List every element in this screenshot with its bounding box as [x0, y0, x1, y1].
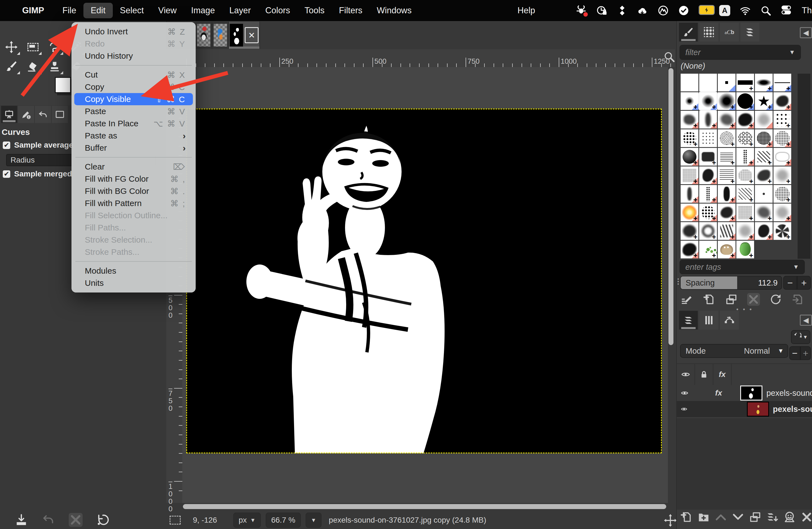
new-layer-icon[interactable] [680, 511, 693, 524]
menu-item-units[interactable]: Units [74, 277, 193, 289]
checkbox-checked-icon[interactable]: ✔ [3, 142, 10, 149]
tab-fonts[interactable]: aCb [720, 23, 739, 42]
menu-help[interactable]: Help [510, 3, 542, 18]
brush-oval[interactable]: + [755, 74, 773, 91]
brush-outline[interactable]: + [773, 148, 791, 166]
tool-move[interactable] [2, 39, 20, 55]
brush-noise[interactable]: + [681, 166, 698, 184]
brush-chalk-v[interactable]: + [699, 111, 717, 129]
open-brush-as-image-icon[interactable] [792, 293, 804, 306]
brush-blocks[interactable]: + [699, 148, 717, 166]
unit-dropdown[interactable]: px▼ [233, 513, 261, 528]
duplicate-layer-icon[interactable] [749, 511, 762, 524]
brush-dots-cluster[interactable]: + [699, 204, 717, 221]
brush-tex-cells[interactable]: + [718, 129, 736, 147]
brush-splat-soft[interactable]: + [755, 204, 773, 221]
panel-grip[interactable]: ••• [677, 278, 679, 285]
brush-dots-cluster[interactable]: + [681, 129, 698, 147]
menu-file[interactable]: File [55, 3, 83, 18]
tab-paths[interactable] [720, 311, 739, 329]
menu-item-undo-invert[interactable]: Undo Invert⌘ Z [74, 26, 193, 38]
fx-badge[interactable]: fx [715, 388, 722, 397]
vertical-scrollbar[interactable] [668, 68, 673, 502]
brush-bar[interactable]: + [736, 74, 754, 91]
delete-brush-icon[interactable] [747, 293, 760, 306]
panel-menu-icon[interactable]: ◀ [800, 314, 812, 326]
brush-square[interactable] [718, 74, 736, 91]
menu-layer[interactable]: Layer [222, 3, 258, 18]
brush-diag-lines[interactable]: + [736, 185, 754, 203]
brush-tex-round[interactable]: + [773, 129, 791, 147]
brush-chalk[interactable]: + [681, 111, 698, 129]
tool-free-select[interactable] [45, 39, 64, 55]
brush-sun[interactable]: + [681, 204, 698, 221]
revert-icon[interactable] [96, 513, 110, 527]
mode-reset-button[interactable]: ▼ [791, 330, 810, 344]
brush-star[interactable]: + [755, 92, 773, 110]
tab-gradients[interactable] [740, 23, 759, 42]
brush-tex-cloud[interactable]: + [736, 166, 754, 184]
canvas-image[interactable] [186, 108, 662, 453]
lower-layer-icon[interactable] [731, 511, 744, 524]
brush-tex-dense[interactable]: + [755, 129, 773, 147]
screen-time-icon[interactable] [596, 5, 607, 16]
menu-view[interactable]: View [151, 3, 184, 18]
brush-vstroke-dark[interactable]: + [718, 185, 736, 203]
menu-item-clear[interactable]: Clear⌦ [74, 161, 193, 173]
foreground-color-swatch[interactable] [55, 77, 71, 93]
battery-icon[interactable] [699, 5, 710, 16]
eye-icon[interactable] [681, 388, 689, 398]
brush-dots-col[interactable]: + [699, 185, 717, 203]
app-name[interactable]: GIMP [22, 5, 44, 15]
menu-item-fill-with-bg-color[interactable]: Fill with BG Color⌘ . [74, 185, 193, 197]
cloud-icon[interactable] [637, 5, 648, 16]
edit-brush-icon[interactable] [681, 293, 693, 306]
visibility-header[interactable] [677, 364, 695, 385]
brush-ink-strokes[interactable]: + [718, 222, 736, 240]
brush-dot-l[interactable]: + [718, 92, 736, 110]
brush-blank[interactable] [699, 74, 717, 91]
menu-item-undo-history[interactable]: Undo History [74, 50, 193, 62]
brush-scroll-track[interactable] [798, 74, 810, 259]
opacity-stepper[interactable]: − + [789, 346, 811, 360]
brush-noise[interactable]: + [736, 204, 754, 221]
save-icon[interactable] [14, 513, 28, 527]
menu-filters[interactable]: Filters [332, 3, 369, 18]
checkmark-icon[interactable] [678, 5, 689, 16]
brush-dots-sparse[interactable]: + [773, 111, 791, 129]
brush-hlines[interactable]: + [718, 166, 736, 184]
tool-clone[interactable] [45, 58, 64, 75]
menu-select[interactable]: Select [113, 3, 151, 18]
brush-faint[interactable]: + [773, 166, 791, 184]
menu-item-paste-in-place[interactable]: Paste In Place⌥ ⌘ V [74, 117, 193, 130]
layer-row[interactable]: pexels-sound- [677, 401, 812, 417]
zoom-dropdown[interactable]: ▼ [306, 513, 322, 528]
tags-input[interactable]: enter tags ▼ [680, 260, 805, 274]
horizontal-ruler[interactable]: 25050075010001250 [166, 49, 675, 67]
image-tab-kingfisher[interactable] [212, 21, 229, 49]
brush-dot-m[interactable]: + [699, 92, 717, 110]
vpn-icon[interactable] [658, 5, 669, 16]
brush-splat-dense[interactable]: + [681, 241, 698, 259]
undo-icon[interactable] [42, 513, 55, 527]
brush-dot-tiny[interactable] [755, 185, 773, 203]
spacing-slider[interactable]: Spacing 112.9 [680, 276, 782, 290]
menu-windows[interactable]: Windows [370, 3, 419, 18]
brush-splat-soft[interactable]: + [718, 111, 736, 129]
new-group-icon[interactable] [697, 511, 710, 524]
menu-clock[interactable]: Thu Oct 16 16:18 [802, 5, 812, 15]
brush-blank[interactable] [681, 74, 698, 91]
brush-dots-col[interactable]: + [736, 148, 754, 166]
menu-item-copy[interactable]: Copy⌘ C [74, 81, 193, 93]
menu-item-fill-with-fg-color[interactable]: Fill with FG Color⌘ , [74, 173, 193, 185]
layer-thumbnail[interactable] [740, 385, 763, 400]
tab-channels[interactable] [699, 311, 718, 329]
panel-menu-icon[interactable]: ◀ [800, 27, 812, 38]
tool-eraser[interactable] [24, 58, 42, 75]
checkbox-checked-icon[interactable]: ✔ [3, 170, 10, 178]
mode-dropdown[interactable]: Mode Normal ▼ [680, 344, 788, 358]
tab-patterns[interactable] [699, 23, 718, 42]
merge-down-icon[interactable] [766, 511, 779, 524]
tool-paintbrush[interactable] [2, 58, 20, 75]
horizontal-scrollbar[interactable] [183, 504, 666, 509]
